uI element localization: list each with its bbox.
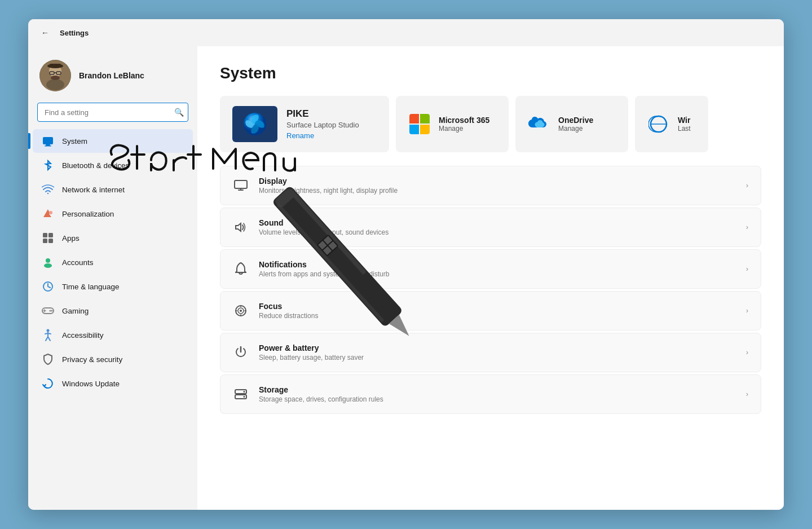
update-icon — [42, 377, 54, 390]
svg-point-23 — [47, 329, 50, 332]
ms365-action: Manage — [439, 125, 489, 133]
svg-rect-4 — [50, 64, 61, 68]
storage-desc: Storage space, drives, configuration rul… — [259, 395, 383, 403]
user-name: Brandon LeBlanc — [79, 71, 144, 80]
avatar — [39, 60, 71, 91]
focus-chevron: › — [746, 307, 748, 315]
onedrive-icon — [528, 113, 550, 135]
focus-title: Focus — [259, 302, 318, 311]
settings-item-display[interactable]: Display Monitors, brightness, night ligh… — [220, 166, 761, 205]
settings-list: Display Monitors, brightness, night ligh… — [220, 166, 761, 415]
sidebar-item-apps[interactable]: Apps — [33, 226, 193, 250]
display-icon — [233, 178, 249, 193]
wir-name: Wir — [678, 116, 691, 125]
ms365-info: Microsoft 365 Manage — [439, 116, 489, 133]
svg-rect-11 — [45, 146, 51, 147]
onedrive-name: OneDrive — [558, 116, 593, 125]
device-card: PIKE Surface Laptop Studio Rename — [220, 96, 389, 152]
system-icon — [42, 135, 54, 147]
storage-icon — [233, 386, 249, 402]
svg-rect-9 — [43, 137, 53, 144]
sidebar-item-label-accessibility: Accessibility — [62, 331, 104, 340]
settings-item-sound[interactable]: Sound Volume levels, output, input, soun… — [220, 208, 761, 247]
sidebar-item-system[interactable]: System — [33, 129, 193, 153]
search-box: 🔍 — [37, 103, 188, 122]
svg-point-8 — [51, 76, 60, 80]
sidebar-item-personalization[interactable]: Personalization — [33, 202, 193, 226]
wir-card[interactable]: Wir Last — [635, 96, 708, 152]
settings-item-focus[interactable]: Focus Reduce distractions › — [220, 291, 761, 330]
svg-point-12 — [49, 211, 52, 214]
svg-rect-26 — [235, 180, 247, 188]
storage-chevron: › — [746, 390, 748, 398]
network-icon — [42, 183, 54, 196]
search-icon-button[interactable]: 🔍 — [174, 108, 184, 117]
power-icon — [233, 345, 249, 360]
personalization-icon — [42, 208, 54, 220]
settings-item-notifications[interactable]: Notifications Alerts from apps and syste… — [220, 249, 761, 289]
onedrive-card[interactable]: OneDrive Manage — [515, 96, 628, 152]
notifications-desc: Alerts from apps and system, do not dist… — [259, 270, 389, 278]
sidebar-item-accounts[interactable]: Accounts — [33, 250, 193, 274]
ms365-name: Microsoft 365 — [439, 116, 489, 125]
svg-rect-13 — [43, 233, 47, 237]
page-title: System — [220, 64, 761, 82]
sidebar-item-label-gaming: Gaming — [62, 307, 89, 315]
sidebar-item-label-accounts: Accounts — [62, 258, 94, 267]
wir-action: Last — [678, 125, 691, 133]
display-desc: Monitors, brightness, night light, displ… — [259, 187, 398, 195]
wir-info: Wir Last — [678, 116, 691, 133]
notifications-chevron: › — [746, 265, 748, 273]
title-bar: ← Settings — [28, 19, 784, 46]
sidebar-item-accessibility[interactable]: Accessibility — [33, 323, 193, 347]
storage-title: Storage — [259, 385, 383, 394]
onedrive-info: OneDrive Manage — [558, 116, 593, 133]
notifications-icon — [233, 261, 249, 277]
back-button[interactable]: ← — [37, 25, 53, 41]
cards-row: PIKE Surface Laptop Studio Rename — [220, 96, 761, 152]
display-title: Display — [259, 177, 398, 186]
sidebar-item-label-time: Time & language — [62, 283, 120, 291]
sidebar-item-label-privacy: Privacy & security — [62, 355, 122, 364]
bluetooth-icon — [42, 159, 54, 171]
svg-point-32 — [244, 391, 245, 393]
sidebar: Brandon LeBlanc 🔍 — [28, 46, 197, 510]
gaming-icon — [42, 305, 54, 317]
sound-title: Sound — [259, 218, 389, 227]
settings-title: Settings — [60, 29, 89, 37]
svg-rect-16 — [48, 239, 53, 243]
display-chevron: › — [746, 182, 748, 189]
sidebar-item-label-apps: Apps — [62, 234, 80, 243]
time-icon — [42, 280, 54, 293]
sidebar-item-time[interactable]: Time & language — [33, 275, 193, 298]
wir-icon — [647, 113, 670, 135]
device-logo — [232, 106, 277, 142]
svg-point-33 — [244, 396, 245, 398]
sidebar-item-gaming[interactable]: Gaming — [33, 299, 193, 323]
sidebar-item-privacy[interactable]: Privacy & security — [33, 347, 193, 371]
svg-rect-14 — [48, 233, 53, 237]
sidebar-nav: System Bluetooth & devices — [28, 129, 197, 396]
svg-rect-15 — [43, 239, 47, 243]
ms365-card[interactable]: Microsoft 365 Manage — [396, 96, 509, 152]
user-profile[interactable]: Brandon LeBlanc — [28, 53, 197, 103]
power-chevron: › — [746, 349, 748, 356]
svg-point-21 — [50, 310, 51, 312]
settings-item-power[interactable]: Power & battery Sleep, battery usage, ba… — [220, 333, 761, 372]
accessibility-icon — [42, 329, 54, 341]
device-info: PIKE Surface Laptop Studio Rename — [286, 108, 359, 140]
device-rename-link[interactable]: Rename — [286, 131, 314, 140]
svg-point-29 — [240, 310, 242, 312]
settings-item-storage[interactable]: Storage Storage space, drives, configura… — [220, 374, 761, 414]
svg-point-2 — [46, 79, 64, 90]
focus-desc: Reduce distractions — [259, 312, 318, 320]
svg-point-17 — [46, 258, 50, 263]
main-panel: System — [197, 46, 784, 510]
sidebar-item-label-system: System — [62, 137, 87, 146]
search-input[interactable] — [37, 103, 188, 122]
sidebar-item-bluetooth[interactable]: Bluetooth & devices — [33, 153, 193, 177]
sidebar-item-network[interactable]: Network & internet — [33, 178, 193, 201]
sidebar-item-update[interactable]: Windows Update — [33, 372, 193, 395]
device-name: PIKE — [286, 108, 359, 120]
sound-icon — [233, 219, 249, 235]
